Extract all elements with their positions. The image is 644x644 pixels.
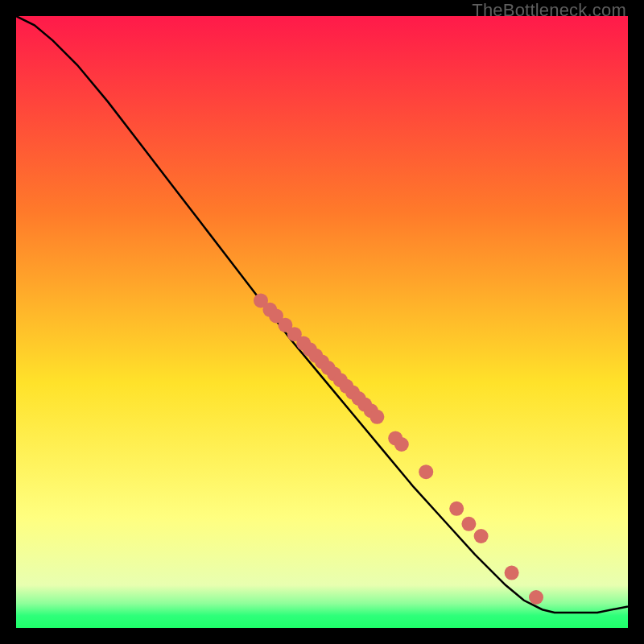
data-marker xyxy=(419,464,433,479)
data-marker xyxy=(529,590,543,605)
data-marker xyxy=(369,410,384,424)
data-marker xyxy=(474,529,489,543)
data-marker xyxy=(449,502,464,516)
data-marker xyxy=(394,437,409,452)
plot-area xyxy=(16,16,628,628)
chart-svg xyxy=(16,16,628,628)
chart-container: TheBottleneck.com xyxy=(0,0,644,644)
data-marker xyxy=(461,517,476,531)
data-marker xyxy=(505,566,519,580)
gradient-background xyxy=(16,16,628,628)
watermark-text: TheBottleneck.com xyxy=(472,0,626,21)
